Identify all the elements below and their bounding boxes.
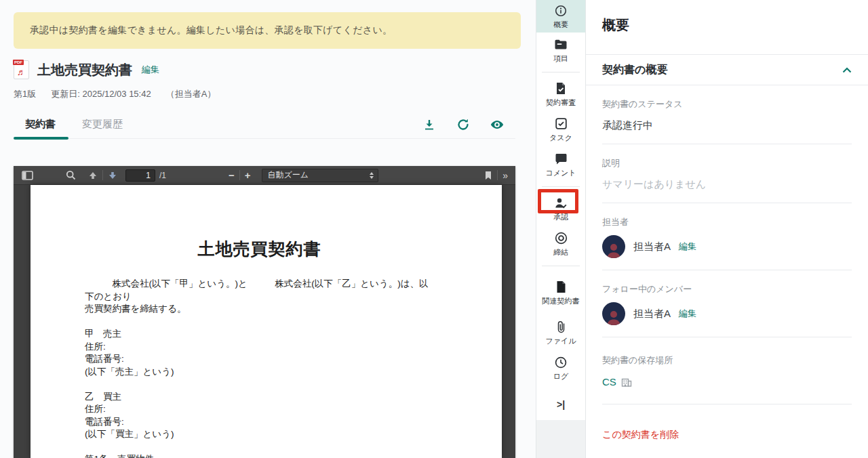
followers-label: フォロー中のメンバー (602, 283, 852, 295)
document-check-icon (555, 82, 566, 96)
nav-item-overview[interactable]: 概要 (536, 0, 585, 33)
nav-divider (542, 266, 580, 266)
contract-line (85, 316, 434, 329)
zoom-in-icon[interactable]: + (245, 168, 251, 183)
location-link[interactable]: CS (602, 376, 616, 388)
banner-text: 承認中は契約書を編集できません。編集したい場合は、承認を取下げてください。 (30, 24, 392, 37)
nav-item-contract-review[interactable]: 契約審査 (536, 77, 585, 112)
paperclip-icon (557, 320, 566, 334)
avatar (602, 302, 625, 325)
document-tabs: 契約書 変更履歴 (14, 110, 515, 139)
chevron-up-icon[interactable] (842, 67, 852, 73)
pdf-toolbar: /1 − + 自動ズーム » (14, 166, 515, 185)
person-check-icon (554, 196, 568, 210)
nav-item-comments[interactable]: コメント (536, 147, 585, 182)
search-icon[interactable] (66, 168, 76, 183)
nav-item-logs[interactable]: ログ (536, 350, 585, 386)
side-nav-rail: 概要 項目 契約審査 タスク コメント 承認 締 (536, 0, 586, 458)
owner-edit-link[interactable]: 編集 (679, 241, 696, 253)
nav-label: 項目 (540, 54, 582, 63)
contract-overview-section-header[interactable]: 契約書の概要 (586, 54, 868, 85)
nav-label: コメント (540, 169, 582, 178)
document-title: 土地売買契約書 (37, 61, 132, 79)
owner-label: 担当者 (602, 216, 852, 228)
status-value: 承認進行中 (602, 119, 852, 132)
divider (602, 337, 852, 337)
next-page-icon[interactable] (108, 168, 117, 183)
nav-item-files[interactable]: ファイル (536, 315, 585, 350)
pdf-page: 土地売買契約書 株式会社(以下「甲」という。)と 株式会社(以下「乙」という。)… (31, 185, 502, 458)
contract-title-text: 土地売買契約書 (85, 238, 434, 260)
nav-label: 関連契約書 (540, 297, 582, 306)
clock-icon (555, 356, 567, 369)
owner-row: 担当者A 編集 (602, 235, 852, 258)
version-label: 第1版 (14, 88, 36, 100)
target-icon (555, 232, 568, 245)
document-title-row: PDF ♬ 土地売買契約書 編集 (14, 60, 536, 79)
nav-item-fields[interactable]: 項目 (536, 33, 585, 68)
contract-line: 住所: (85, 341, 434, 354)
tab-contract[interactable]: 契約書 (14, 118, 67, 131)
main-content: 承認中は契約書を編集できません。編集したい場合は、承認を取下げてください。 PD… (0, 0, 536, 458)
page-number-input[interactable] (125, 169, 155, 182)
divider (602, 404, 852, 404)
title-edit-link[interactable]: 編集 (142, 64, 159, 76)
nav-label: 契約審査 (540, 98, 582, 107)
nav-label: 承認 (540, 213, 582, 222)
download-icon[interactable] (422, 117, 437, 132)
updated-by-label: （担当者A） (166, 88, 216, 100)
select-spinner-icon (370, 172, 374, 179)
eye-preview-icon[interactable] (490, 117, 505, 132)
refresh-icon[interactable] (456, 117, 471, 132)
nav-label: ログ (540, 372, 582, 381)
nav-label: 締結 (540, 248, 582, 257)
contract-line: 第1条 売買物件 (85, 453, 434, 458)
follower-name: 担当者A (633, 308, 671, 320)
contract-line: 電話番号: (85, 416, 434, 429)
pdf-file-icon: PDF ♬ (14, 60, 29, 79)
sidebar-toggle-icon[interactable] (22, 168, 33, 183)
comment-icon (555, 152, 568, 166)
tab-change-history[interactable]: 変更履歴 (82, 118, 123, 131)
approval-warning-banner: 承認中は契約書を編集できません。編集したい場合は、承認を取下げてください。 (14, 12, 521, 49)
location-label: 契約書の保存場所 (602, 354, 852, 367)
section-title: 契約書の概要 (602, 63, 667, 77)
toolbar-more-icon[interactable]: » (502, 168, 507, 183)
pdf-scroll-area[interactable]: 土地売買契約書 株式会社(以下「甲」という。)と 株式会社(以下「乙」という。)… (14, 185, 515, 458)
contract-line: 乙 買主 (85, 391, 434, 404)
contract-line: (以下「買主」という) (85, 428, 434, 441)
folder-icon (554, 38, 568, 51)
building-icon (621, 377, 632, 387)
bookmark-icon[interactable] (484, 168, 492, 183)
nav-item-conclusion[interactable]: 締結 (536, 226, 585, 262)
divider (602, 144, 852, 144)
nav-label: 概要 (540, 20, 582, 29)
related-document-icon (556, 280, 566, 294)
zoom-level-select[interactable]: 自動ズーム (262, 169, 378, 182)
rail-footer (536, 420, 585, 458)
zoom-level-value: 自動ズーム (268, 169, 309, 181)
divider (602, 270, 852, 270)
zoom-out-icon[interactable]: − (229, 168, 235, 183)
location-row: CS (602, 376, 852, 388)
nav-item-approval[interactable]: 承認 (536, 191, 585, 226)
previous-page-icon[interactable] (88, 168, 98, 183)
description-label: 説明 (602, 157, 852, 169)
contract-line: (以下「売主」という) (85, 366, 434, 379)
delete-contract-link[interactable]: この契約書を削除 (602, 429, 679, 441)
follower-edit-link[interactable]: 編集 (679, 308, 696, 320)
contract-line: 株式会社(以下「甲」という。)と 株式会社(以下「乙」という。)は、以下のとおり (85, 278, 434, 303)
nav-label: ファイル (540, 337, 582, 346)
owner-name: 担当者A (633, 241, 671, 253)
contract-line (85, 378, 434, 391)
divider (602, 203, 852, 203)
contract-line: 甲 売主 (85, 328, 434, 341)
info-icon (555, 4, 567, 18)
nav-item-tasks[interactable]: タスク (536, 112, 585, 147)
nav-divider (542, 186, 580, 187)
nav-item-related-contracts[interactable]: 関連契約書 (536, 270, 585, 315)
contract-line (85, 441, 434, 454)
overview-panel: 概要 契約書の概要 契約書のステータス 承認進行中 説明 サマリーはありません … (586, 0, 868, 458)
pdf-viewer: /1 − + 自動ズーム » 土地売買契約書 株式会社(以下「甲」という。)と … (14, 166, 515, 458)
collapse-panel-icon[interactable]: >| (536, 391, 585, 418)
